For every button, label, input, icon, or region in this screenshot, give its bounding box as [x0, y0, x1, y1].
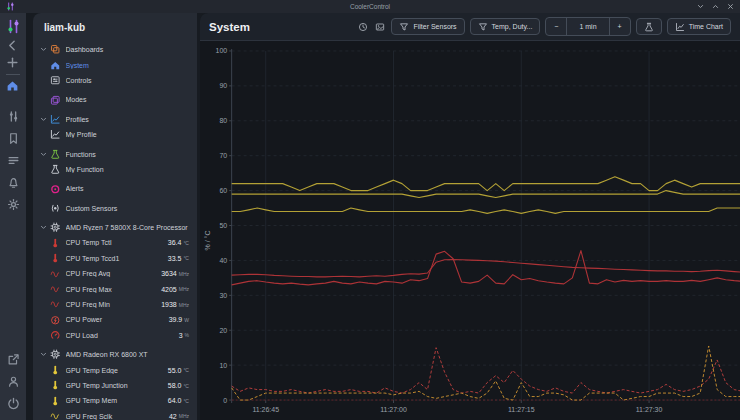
series-cpu-load [232, 348, 740, 393]
sidebar-item-dashboards[interactable]: Dashboards [40, 42, 192, 57]
rail-bottom-group [7, 348, 20, 414]
y-tick-label: 100 [216, 47, 228, 54]
thermo-icon [50, 380, 61, 391]
zoom-in-button[interactable]: + [609, 18, 630, 35]
rail-dashboards-home-button[interactable] [6, 79, 19, 92]
sidebar-item-cpu-load[interactable]: CPU Load3% [40, 328, 192, 343]
y-tick-label: 60 [219, 187, 227, 194]
rail-modes-button[interactable] [7, 132, 20, 145]
daemon-name: liam-kub [44, 22, 192, 33]
x-tick-label: 11:27:30 [636, 406, 663, 413]
sidebar-item-system[interactable]: System [40, 57, 192, 72]
chevron-spacer [40, 205, 49, 212]
chevron-down-icon[interactable] [40, 46, 49, 53]
sidebar-item-cpu-freq-avg[interactable]: CPU Freq Avg3634MHz [40, 266, 192, 281]
rail-external-link-button[interactable] [7, 353, 20, 366]
close-button[interactable] [727, 3, 734, 10]
screenshot-button[interactable] [374, 22, 386, 32]
sensor-value: 36.4 [168, 239, 182, 246]
rail-alerts-button[interactable] [7, 176, 20, 189]
sidebar-item-controls[interactable]: Controls [40, 73, 192, 88]
sidebar-item-functions[interactable]: Functions [40, 146, 192, 161]
sensor-value: 39.9 [169, 316, 183, 323]
item-label: My Function [66, 166, 190, 173]
page-title: System [209, 21, 250, 33]
rail-top-group [6, 18, 21, 97]
chart-options-button[interactable] [636, 18, 662, 35]
series-gpu-load [232, 346, 740, 400]
filter-types-button[interactable]: Temp, Duty... [470, 18, 541, 35]
chevron-down-icon[interactable] [40, 351, 49, 358]
rail-controls-button[interactable] [7, 110, 20, 123]
chevron-spacer [40, 413, 49, 420]
series-gpu-temp-mem [232, 177, 740, 191]
y-tick-label: 80 [219, 117, 227, 124]
line-chart-icon [675, 22, 685, 32]
y-tick-label: 50 [219, 222, 227, 229]
sidebar-item-device-gpu[interactable]: AMD Radeon RX 6800 XT [40, 347, 192, 362]
titlebar: CoolerControl [0, 0, 740, 13]
maximize-button[interactable] [712, 3, 719, 10]
sidebar-item-gpu-temp-junction[interactable]: GPU Temp Junction58.0°C [40, 378, 192, 393]
chevron-down-icon[interactable] [40, 151, 49, 158]
chevron-spacer [40, 77, 49, 84]
sidebar-item-gpu-temp-edge[interactable]: GPU Temp Edge55.0°C [40, 362, 192, 377]
sidebar-item-cpu-temp-tccd1[interactable]: CPU Temp Tccd133.5°C [40, 251, 192, 266]
filter-sensors-button[interactable]: Filter Sensors [391, 18, 464, 35]
chart-type-button[interactable]: Time Chart [667, 18, 731, 35]
sensor-value: 64.0 [168, 397, 182, 404]
item-label: CPU Freq Min [66, 301, 162, 308]
system-time-chart[interactable]: 010203040506070809010011:26:4511:27:0011… [200, 41, 740, 420]
chip-icon [50, 222, 61, 233]
sensor-value: 58.0 [168, 382, 182, 389]
history-button[interactable] [357, 22, 369, 32]
chart-toolbar: Filter Sensors Temp, Duty... − 1 min + [357, 17, 731, 36]
rail-power-button[interactable] [7, 397, 20, 410]
chevron-spacer [40, 316, 49, 323]
sidebar-item-my-function[interactable]: My Function [40, 162, 192, 177]
sensor-unit: MHz [179, 302, 189, 308]
rail-profiles-button[interactable] [7, 154, 20, 167]
x-tick-label: 11:27:00 [380, 406, 407, 413]
flask-icon [50, 149, 61, 160]
coolercontrol-window: CoolerControl liam-kub DashboardsSystemC… [0, 0, 740, 420]
item-label: CPU Freq Avg [66, 270, 162, 277]
chevron-down-icon[interactable] [40, 116, 49, 123]
minimize-button[interactable] [697, 3, 704, 10]
zoom-out-button[interactable]: − [546, 18, 566, 35]
chevron-down-icon[interactable] [40, 224, 49, 231]
y-tick-label: 0 [223, 397, 227, 404]
item-label: AMD Radeon RX 6800 XT [66, 351, 190, 358]
chevron-spacer [40, 239, 49, 246]
sidebar-item-cpu-power[interactable]: CPU Power39.9W [40, 312, 192, 327]
sidebar-item-device-cpu[interactable]: AMD Ryzen 7 5800X 8-Core Processor [40, 220, 192, 235]
rail-back-button[interactable] [6, 39, 19, 52]
rail-settings-button[interactable] [7, 198, 20, 211]
chartline-icon [50, 129, 61, 140]
sidebar-item-cpu-freq-max[interactable]: CPU Freq Max4205MHz [40, 281, 192, 296]
sidebar-item-cpu-freq-min[interactable]: CPU Freq Min1938MHz [40, 297, 192, 312]
chevron-spacer [40, 382, 49, 389]
sensor-value: 1938 [161, 301, 177, 308]
chip-icon [50, 349, 61, 360]
filter-types-label: Temp, Duty... [492, 23, 533, 30]
clock-icon [358, 22, 368, 32]
sidebar-item-profiles[interactable]: Profiles [40, 112, 192, 127]
chevron-spacer [40, 367, 49, 374]
icon-rail [0, 13, 26, 420]
sidebar-item-cpu-temp-tctl[interactable]: CPU Temp Tctl36.4°C [40, 235, 192, 250]
sidebar-item-my-profile[interactable]: My Profile [40, 127, 192, 142]
item-label: CPU Temp Tccd1 [66, 255, 168, 262]
sidebar-item-gpu-freq-sclk[interactable]: GPU Freq Sclk42MHz [40, 409, 192, 420]
sidebar-item-alerts[interactable]: Alerts [40, 181, 192, 196]
rail-user-button[interactable] [7, 375, 20, 388]
item-label: Modes [66, 96, 190, 103]
rail-add-dashboard-button[interactable] [6, 56, 19, 69]
sidebar-item-custom-sensors[interactable]: Custom Sensors [40, 201, 192, 216]
series-gpu-temp-edge [232, 208, 740, 213]
thermo-icon [50, 365, 61, 376]
sidebar-item-gpu-temp-mem[interactable]: GPU Temp Mem64.0°C [40, 393, 192, 408]
sidebar-item-modes[interactable]: Modes [40, 92, 192, 107]
wave-icon [50, 269, 61, 280]
rail-app-logo-icon [6, 19, 21, 34]
